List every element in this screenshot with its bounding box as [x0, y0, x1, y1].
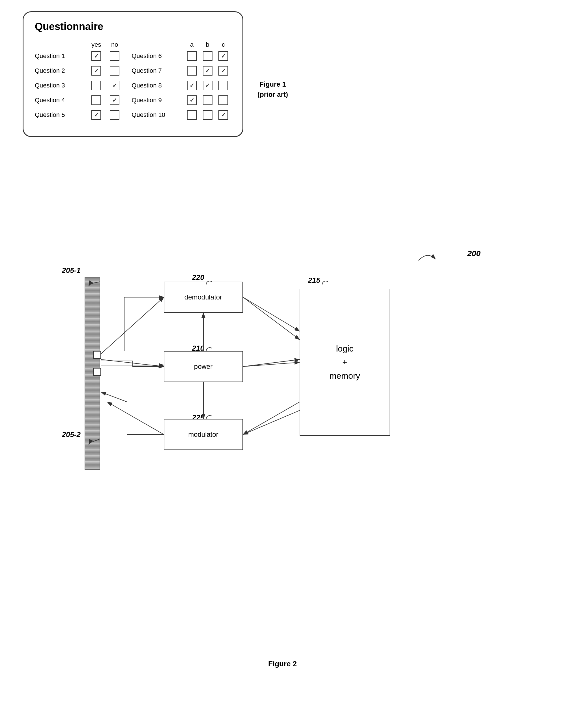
- svg-line-13: [243, 410, 299, 434]
- q1-no: [110, 51, 119, 61]
- fig2-diagram: 200 205-1 205-2 220 210 225 215 demodula…: [56, 232, 509, 657]
- q4-no: [110, 95, 119, 105]
- q9-c: [219, 95, 228, 105]
- q4-label: Question 4: [35, 97, 87, 104]
- q7-a: [187, 66, 197, 76]
- q9-label: Question 9: [132, 97, 184, 104]
- diagram-arrows: [56, 232, 509, 657]
- q7-b: [203, 66, 213, 76]
- q8-a: [187, 81, 197, 90]
- svg-line-2: [101, 297, 164, 354]
- yes-header: yes: [87, 41, 106, 48]
- table-row: Question 1 Question 6: [35, 51, 231, 61]
- b-header: b: [200, 41, 216, 48]
- q7-c: [219, 66, 228, 76]
- no-header: no: [106, 41, 124, 48]
- q6-a: [187, 51, 197, 61]
- c-header: c: [215, 41, 231, 48]
- q10-b: [203, 110, 213, 120]
- figure1-label: Figure 1 (prior art): [258, 79, 288, 100]
- q8-label: Question 8: [132, 82, 184, 89]
- q9-a: [187, 95, 197, 105]
- q7-label: Question 7: [132, 67, 184, 74]
- q3-yes: [91, 81, 101, 90]
- svg-line-10: [107, 402, 164, 434]
- q1-yes: [91, 51, 101, 61]
- table-row: Question 4 Question 9: [35, 95, 231, 105]
- q6-c: [219, 51, 228, 61]
- questionnaire-box: Questionnaire yes no a b c Question 1 Qu…: [23, 11, 243, 137]
- q6-b: [203, 51, 213, 61]
- q2-label: Question 2: [35, 67, 87, 74]
- q10-c: [219, 110, 228, 120]
- questionnaire-title: Questionnaire: [35, 21, 231, 33]
- q4-yes: [91, 95, 101, 105]
- svg-line-9: [243, 402, 299, 434]
- q5-yes: [91, 110, 101, 120]
- q2-no: [110, 66, 119, 76]
- q8-c: [219, 81, 228, 90]
- table-row: Question 5 Question 10: [35, 110, 231, 120]
- figure2-caption: Figure 2: [0, 660, 565, 668]
- q10-label: Question 10: [132, 111, 184, 119]
- q3-no: [110, 81, 119, 90]
- q5-no: [110, 110, 119, 120]
- svg-line-11: [243, 297, 299, 331]
- table-row: Question 3 Question 8: [35, 81, 231, 90]
- figure2-container: 200 205-1 205-2 220 210 225 215 demodula…: [0, 232, 565, 668]
- svg-line-7: [243, 297, 299, 340]
- q9-b: [203, 95, 213, 105]
- q8-b: [203, 81, 213, 90]
- q1-label: Question 1: [35, 52, 87, 60]
- table-row: Question 2 Question 7: [35, 66, 231, 76]
- q3-label: Question 3: [35, 82, 87, 89]
- q5-label: Question 5: [35, 111, 87, 119]
- header-row: yes no a b c: [35, 41, 231, 48]
- q6-label: Question 6: [132, 52, 184, 60]
- a-header: a: [184, 41, 200, 48]
- q10-a: [187, 110, 197, 120]
- figure1-container: Questionnaire yes no a b c Question 1 Qu…: [23, 11, 243, 137]
- q2-yes: [91, 66, 101, 76]
